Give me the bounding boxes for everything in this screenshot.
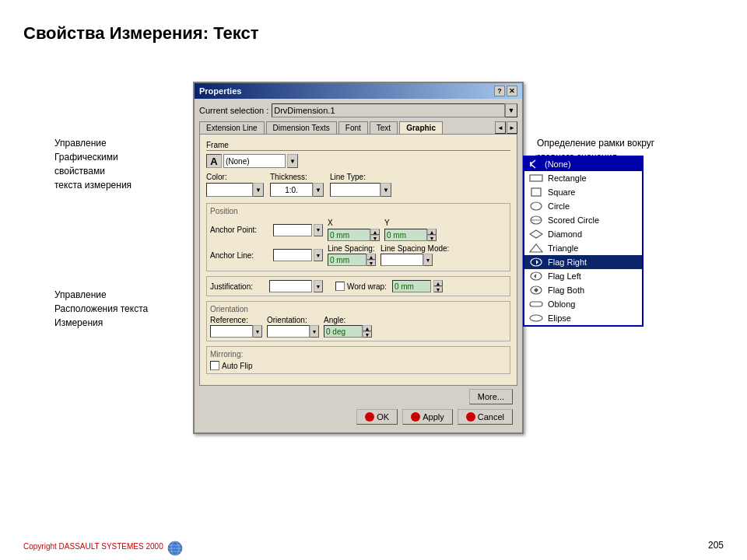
y-up-btn[interactable]: ▲: [427, 229, 437, 235]
ls-up-btn[interactable]: ▲: [366, 254, 376, 260]
ok-button[interactable]: OK: [356, 409, 398, 425]
dropdown-item-square[interactable]: Square: [524, 185, 642, 199]
diamond-shape-icon: [529, 229, 543, 240]
svg-marker-11: [530, 230, 542, 238]
y-group: Y ▲ ▼: [384, 219, 437, 241]
anchor-line-arrow[interactable]: ▼: [314, 249, 323, 261]
oblong-label: Oblong: [548, 299, 575, 309]
frame-combo-arrow[interactable]: ▼: [287, 154, 298, 168]
orientation-section: Orientation Reference: ▼ Orientation:: [206, 301, 510, 341]
linetype-input[interactable]: [330, 183, 381, 197]
thickness-label: Thickness:: [270, 173, 324, 181]
frame-dropdown-popup: (None) Rectangle Square Circle Scored Ci…: [523, 156, 644, 327]
globe-icon: [167, 541, 183, 556]
frame-section-label: Frame: [206, 141, 510, 151]
clt-row: Color: ▼ Thickness: ▼ Line Type:: [206, 173, 510, 197]
tab-graphic[interactable]: Graphic: [399, 121, 443, 134]
help-button[interactable]: ?: [494, 86, 505, 96]
x-up-btn[interactable]: ▲: [370, 229, 380, 235]
x-spin-btns: ▲ ▼: [370, 229, 380, 241]
angle-up-btn[interactable]: ▲: [363, 325, 372, 331]
y-down-btn[interactable]: ▼: [427, 235, 437, 241]
close-button[interactable]: ✕: [507, 86, 517, 96]
linetype-arrow[interactable]: ▼: [381, 183, 391, 197]
square-shape-icon: [529, 187, 543, 198]
dropdown-item-flag-left[interactable]: Flag Left: [524, 269, 642, 283]
tab-font[interactable]: Font: [338, 121, 368, 134]
current-selection-input[interactable]: [272, 103, 505, 117]
svg-point-8: [531, 202, 542, 210]
justification-row: Justification: ▼ Word wrap: ▲ ▼: [206, 276, 510, 296]
page-title: Свойства Измерения: Текст: [23, 23, 258, 44]
tab-prev-btn[interactable]: ◄: [495, 121, 506, 134]
ls-down-btn[interactable]: ▼: [366, 260, 376, 266]
dropdown-item-elipse[interactable]: Elipse: [524, 311, 642, 325]
tab-next-btn[interactable]: ►: [507, 121, 517, 134]
apply-button[interactable]: Apply: [402, 409, 453, 425]
selection-arrow-btn[interactable]: ▼: [505, 103, 517, 117]
y-spin-btns: ▲ ▼: [427, 229, 437, 241]
frame-combo-box: (None): [223, 154, 286, 168]
svg-rect-7: [531, 188, 541, 196]
dropdown-item-rectangle[interactable]: Rectangle: [524, 171, 642, 185]
line-spacing-input[interactable]: [328, 254, 366, 266]
tab-bar: Extension Line Dimension Texts Font Text…: [199, 121, 517, 134]
dialog-body: Current selection : ▼ Extension Line Dim…: [195, 99, 522, 432]
color-input[interactable]: [206, 183, 253, 197]
anchor-point-combo: [273, 224, 312, 236]
ref-arrow[interactable]: ▼: [253, 325, 262, 338]
x-label: X: [328, 219, 380, 227]
triangle-label: Triangle: [548, 243, 578, 253]
frame-row: A (None) ▼: [206, 154, 510, 168]
dialog-titlebar: Properties ? ✕: [195, 83, 522, 99]
tab-text[interactable]: Text: [370, 121, 398, 134]
ls-mode-arrow[interactable]: ▼: [423, 254, 433, 266]
x-down-btn[interactable]: ▼: [370, 235, 380, 241]
just-arrow[interactable]: ▼: [314, 280, 323, 292]
tab-dimension-texts[interactable]: Dimension Texts: [266, 121, 337, 134]
circle-shape-icon: [529, 201, 543, 212]
dropdown-item-triangle[interactable]: Triangle: [524, 241, 642, 255]
scored-circle-label: Scored Circle: [548, 215, 599, 225]
auto-flip-checkbox[interactable]: [210, 361, 219, 370]
dropdown-item-circle[interactable]: Circle: [524, 199, 642, 213]
dropdown-item-scored-circle[interactable]: Scored Circle: [524, 213, 642, 227]
dropdown-item-diamond[interactable]: Diamond: [524, 227, 642, 241]
orient-arrow[interactable]: ▼: [310, 325, 319, 338]
y-input[interactable]: [384, 229, 427, 241]
x-input[interactable]: [328, 229, 370, 241]
dropdown-item-oblong[interactable]: Oblong: [524, 297, 642, 311]
anchor-line-label: Anchor Line:: [210, 251, 268, 260]
y-input-row: ▲ ▼: [384, 229, 437, 241]
x-group: X ▲ ▼: [328, 219, 380, 241]
word-wrap-label: Word wrap:: [347, 282, 387, 291]
square-label: Square: [548, 187, 575, 197]
flag-both-shape-icon: [529, 285, 543, 296]
anchor-point-arrow[interactable]: ▼: [314, 224, 323, 236]
anchor-point-row: Anchor Point: ▼ X ▲ ▼: [210, 219, 507, 241]
word-wrap-row: Word wrap: ▲ ▼: [335, 280, 443, 292]
more-row: More...: [199, 386, 517, 406]
ww-down-btn[interactable]: ▼: [433, 286, 443, 292]
position-section: Position Anchor Point: ▼ X ▲: [206, 203, 510, 271]
more-button[interactable]: More...: [469, 389, 513, 404]
ok-icon: [365, 412, 374, 422]
ww-up-btn[interactable]: ▲: [433, 280, 443, 286]
page-number: 205: [708, 540, 724, 551]
dropdown-item-flag-both[interactable]: Flag Both: [524, 283, 642, 297]
angle-down-btn[interactable]: ▼: [363, 331, 372, 338]
flag-left-shape-icon: [529, 271, 543, 282]
cancel-button[interactable]: Cancel: [458, 409, 513, 425]
word-wrap-input[interactable]: [392, 280, 431, 292]
dropdown-item-flag-right[interactable]: Flag Right: [524, 255, 642, 269]
thickness-input[interactable]: [270, 183, 313, 197]
thickness-arrow[interactable]: ▼: [313, 183, 324, 197]
angle-input[interactable]: [324, 325, 363, 338]
anchor-point-label: Anchor Point:: [210, 226, 268, 234]
diamond-label: Diamond: [548, 229, 582, 239]
word-wrap-checkbox[interactable]: [335, 282, 345, 291]
dropdown-header-icon: [529, 159, 542, 170]
color-arrow[interactable]: ▼: [253, 183, 264, 197]
mirroring-section: Mirroring: Auto Flip: [206, 346, 510, 374]
tab-extension-line[interactable]: Extension Line: [199, 121, 265, 134]
